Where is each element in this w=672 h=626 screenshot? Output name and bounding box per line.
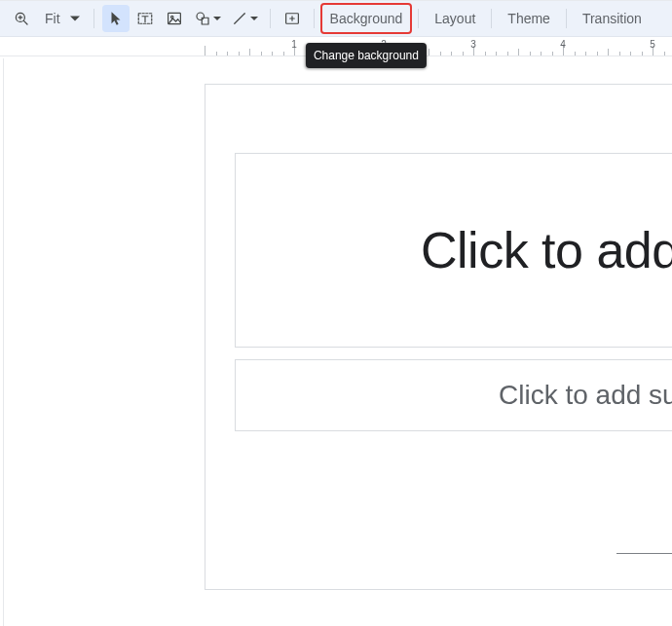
toolbar-divider: [491, 9, 492, 28]
toolbar-divider: [93, 9, 94, 28]
ruler-label: 3: [470, 39, 476, 50]
toolbar: Fit: [0, 0, 672, 37]
shape-tool-button[interactable]: [190, 5, 225, 32]
toolbar-divider: [270, 9, 271, 28]
slide-canvas-area: Click to add title Click to add subtitle: [0, 58, 672, 626]
transition-button[interactable]: Transition: [575, 5, 650, 32]
zoom-select[interactable]: Fit: [37, 5, 86, 32]
subtitle-placeholder-text: Click to add subtitle: [236, 380, 672, 411]
select-tool-button[interactable]: [102, 5, 130, 32]
zoom-value-label: Fit: [41, 11, 64, 26]
svg-point-7: [197, 13, 205, 20]
caret-down-icon: [68, 14, 82, 23]
title-placeholder[interactable]: Click to add title: [235, 153, 672, 348]
slide[interactable]: Click to add title Click to add subtitle: [205, 84, 672, 590]
textbox-icon: [136, 10, 154, 27]
background-button-label: Background: [330, 11, 403, 26]
title-placeholder-text: Click to add title: [236, 221, 672, 279]
new-slide-icon: [283, 10, 301, 27]
toolbar-divider: [566, 9, 567, 28]
toolbar-divider: [314, 9, 315, 28]
transition-button-label: Transition: [582, 11, 642, 26]
svg-line-1: [23, 20, 27, 24]
shape-icon: [194, 10, 211, 27]
toolbar-divider: [418, 9, 419, 28]
caret-down-icon: [250, 15, 258, 22]
zoom-in-button[interactable]: [8, 5, 35, 32]
image-icon: [166, 10, 183, 27]
vertical-ruler-edge: [0, 58, 4, 626]
page-number-guide: [616, 553, 672, 554]
ruler-label: 4: [560, 39, 566, 50]
layout-button-label: Layout: [434, 11, 475, 26]
tooltip: Change background: [306, 43, 427, 68]
ruler-label: 1: [291, 39, 297, 50]
svg-point-6: [170, 16, 172, 18]
subtitle-placeholder[interactable]: Click to add subtitle: [235, 359, 672, 431]
caret-down-icon: [213, 15, 221, 22]
theme-button-label: Theme: [507, 11, 550, 26]
theme-button[interactable]: Theme: [500, 5, 558, 32]
zoom-in-icon: [13, 10, 30, 27]
ruler-label: 5: [650, 39, 655, 50]
textbox-tool-button[interactable]: [131, 5, 159, 32]
svg-line-9: [234, 14, 244, 24]
layout-button[interactable]: Layout: [427, 5, 483, 32]
new-slide-button[interactable]: [279, 5, 306, 32]
line-icon: [231, 10, 248, 27]
line-tool-button[interactable]: [227, 5, 262, 32]
insert-image-button[interactable]: [161, 5, 188, 32]
background-button[interactable]: Background Change background: [322, 5, 411, 32]
cursor-icon: [107, 10, 125, 27]
